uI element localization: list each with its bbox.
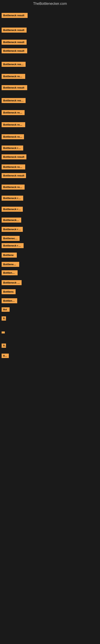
bottleneck-item: Bottleneck result bbox=[1, 196, 23, 201]
bottleneck-item: Bottleneck r bbox=[1, 262, 19, 267]
bottleneck-item: Bottleneck result bbox=[1, 13, 28, 18]
bottleneck-item: B bbox=[1, 316, 6, 320]
bottleneck-item: Bottleneck result bbox=[1, 134, 24, 139]
bottleneck-item: Bottleneck result bbox=[1, 154, 26, 160]
bottleneck-item: Bottleneck re bbox=[1, 218, 21, 222]
bottleneck-item: Bottleneck result bbox=[1, 98, 26, 103]
bottleneck-item: Bottlene bbox=[1, 252, 17, 258]
bottleneck-item: Bottleneck result bbox=[1, 207, 23, 212]
bottleneck-item: Bottleneck result bbox=[1, 243, 24, 248]
bottleneck-item: Bottleneck result bbox=[1, 173, 26, 178]
bottleneck-item bbox=[1, 332, 5, 334]
bottleneck-item: Bottleneck result bbox=[1, 184, 25, 190]
bottleneck-item: Bottleneck bbox=[1, 298, 17, 303]
site-title: TheBottlenecker.com bbox=[0, 0, 100, 8]
bottleneck-item: Bott bbox=[1, 354, 9, 358]
bottleneck-item: Bottleneck result bbox=[1, 146, 23, 150]
bottleneck-item: Bottleneck result bbox=[1, 74, 25, 79]
bottleneck-item: Bottleneck result bbox=[1, 62, 26, 67]
bottleneck-item: Bottlens bbox=[1, 289, 16, 294]
bottleneck-item: Bottleneck result bbox=[1, 122, 25, 127]
bottleneck-item: B bbox=[1, 344, 6, 348]
bottleneck-item: Bottleneck bbox=[1, 270, 18, 275]
bottleneck-item: Bottleneck result bbox=[1, 227, 23, 232]
bottleneck-item: Bottleneck result bbox=[1, 48, 27, 53]
bottleneck-item: Bottleneck result bbox=[1, 164, 25, 170]
bottleneck-item: Bottleneck result bbox=[1, 28, 27, 32]
bottleneck-item: Bot bbox=[1, 307, 10, 312]
bottleneck-item: Bottleneck result bbox=[1, 85, 27, 90]
bottleneck-item: Bottleneck result bbox=[1, 110, 25, 115]
bottleneck-item: Bottleneck r bbox=[1, 236, 20, 241]
bottleneck-item: Bottleneck result bbox=[1, 40, 27, 45]
bottleneck-item: Bottleneck res bbox=[1, 280, 22, 285]
